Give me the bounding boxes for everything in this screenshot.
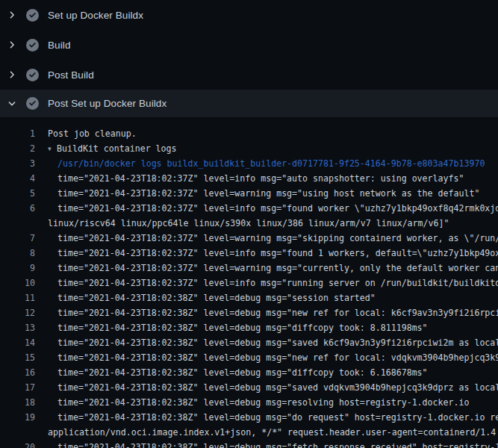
log-line-number[interactable]: 15 [0,350,35,365]
log-line: 17time="2021-04-23T18:02:38Z" level=debu… [0,380,498,395]
log-line-number[interactable]: 4 [0,171,35,186]
log-line: linux/riscv64 linux/ppc64le linux/s390x … [0,216,498,231]
log-line-number[interactable]: 19 [0,410,35,425]
log-text: time="2021-04-23T18:02:37Z" level=warnin… [57,231,498,246]
step-row-set-up-docker-buildx[interactable]: Set up Docker Buildx [0,0,498,30]
log-line-number[interactable]: 12 [0,305,35,320]
log-line: application/vnd.oci.image.index.v1+json,… [0,425,498,440]
log-group-title: BuildKit container logs [57,143,177,154]
log-viewer: 1Post job cleanup.2▼BuildKit container l… [0,117,498,448]
log-line-number[interactable]: 2 [0,141,35,156]
log-line-number[interactable]: 20 [0,440,35,448]
log-text: linux/riscv64 linux/ppc64le linux/s390x … [48,216,449,231]
log-text: time="2021-04-23T18:02:38Z" level=debug … [57,395,469,410]
log-text: time="2021-04-23T18:02:38Z" level=debug … [57,380,498,395]
log-text: time="2021-04-23T18:02:37Z" level=warnin… [57,261,498,276]
log-group-toggle[interactable]: ▼BuildKit container logs [48,141,177,156]
log-text: time="2021-04-23T18:02:37Z" level=info m… [57,276,498,290]
log-line-number[interactable]: 10 [0,276,35,290]
check-circle-icon [26,97,39,110]
log-line: 16time="2021-04-23T18:02:38Z" level=debu… [0,365,498,380]
log-line: 14time="2021-04-23T18:02:38Z" level=debu… [0,335,498,350]
step-row-post-build[interactable]: Post Build [0,60,498,90]
log-command-text: /usr/bin/docker logs buildx_buildkit_bui… [57,156,485,171]
log-line: 4time="2021-04-23T18:02:37Z" level=info … [0,171,498,186]
step-label: Post Set up Docker Buildx [48,98,166,109]
log-line: 1Post job cleanup. [0,126,498,141]
log-text: time="2021-04-23T18:02:38Z" level=debug … [57,305,498,320]
log-line: 7time="2021-04-23T18:02:37Z" level=warni… [0,231,498,246]
log-line: 19time="2021-04-23T18:02:38Z" level=debu… [0,410,498,425]
log-line: 5time="2021-04-23T18:02:37Z" level=warni… [0,186,498,201]
log-line-number [0,425,35,440]
log-text: time="2021-04-23T18:02:37Z" level=info m… [57,171,464,186]
step-row-post-set-up-docker-buildx[interactable]: Post Set up Docker Buildx [0,90,498,117]
log-line: 15time="2021-04-23T18:02:38Z" level=debu… [0,350,498,365]
log-line-number[interactable]: 17 [0,380,35,395]
log-text: time="2021-04-23T18:02:38Z" level=debug … [57,335,498,350]
log-line-number[interactable]: 14 [0,335,35,350]
check-circle-icon [26,39,39,52]
log-line: 13time="2021-04-23T18:02:38Z" level=debu… [0,320,498,335]
log-text: time="2021-04-23T18:02:37Z" level=warnin… [57,186,479,201]
log-line-number[interactable]: 6 [0,201,35,216]
log-line-number[interactable]: 8 [0,246,35,261]
log-line-number[interactable]: 7 [0,231,35,246]
check-circle-icon [26,69,39,81]
step-label: Set up Docker Buildx [48,10,143,21]
chevron-right-icon [7,10,17,20]
log-text: time="2021-04-23T18:02:38Z" level=debug … [57,365,428,380]
log-line: 9time="2021-04-23T18:02:37Z" level=warni… [0,261,498,276]
log-line-number[interactable]: 9 [0,261,35,276]
log-line: 18time="2021-04-23T18:02:38Z" level=debu… [0,395,498,410]
chevron-right-icon [7,40,17,50]
check-circle-icon [26,9,39,22]
log-line-number[interactable]: 5 [0,186,35,201]
log-text: time="2021-04-23T18:02:38Z" level=debug … [57,440,498,448]
log-line: 2▼BuildKit container logs [0,141,498,156]
log-line-number [0,216,35,231]
log-line: 3/usr/bin/docker logs buildx_buildkit_bu… [0,156,498,171]
step-label: Build [48,40,71,51]
steps-list: Set up Docker BuildxBuildPost BuildPost … [0,0,498,117]
log-text: time="2021-04-23T18:02:38Z" level=debug … [57,290,376,305]
chevron-right-icon [7,69,17,80]
log-text: Post job cleanup. [48,126,137,141]
log-text: application/vnd.oci.image.index.v1+json,… [48,425,496,440]
log-line: 11time="2021-04-23T18:02:38Z" level=debu… [0,290,498,305]
step-row-build[interactable]: Build [0,30,498,60]
log-line: 20time="2021-04-23T18:02:38Z" level=debu… [0,440,498,448]
log-text: time="2021-04-23T18:02:37Z" level=info m… [57,201,498,216]
log-line-number[interactable]: 3 [0,156,35,171]
chevron-down-icon [7,99,17,109]
log-line: 10time="2021-04-23T18:02:37Z" level=info… [0,276,498,290]
log-line-number[interactable]: 18 [0,395,35,410]
log-line-number[interactable]: 1 [0,126,35,141]
triangle-down-icon: ▼ [48,142,57,157]
log-text: time="2021-04-23T18:02:37Z" level=info m… [57,246,498,261]
log-line-number[interactable]: 11 [0,290,35,305]
step-label: Post Build [48,69,94,81]
log-text: time="2021-04-23T18:02:38Z" level=debug … [57,320,428,335]
log-text: time="2021-04-23T18:02:38Z" level=debug … [57,350,498,365]
log-line: 12time="2021-04-23T18:02:38Z" level=debu… [0,305,498,320]
log-line: 6time="2021-04-23T18:02:37Z" level=info … [0,201,498,216]
log-line-number[interactable]: 16 [0,365,35,380]
log-line-number[interactable]: 13 [0,320,35,335]
log-line: 8time="2021-04-23T18:02:37Z" level=info … [0,246,498,261]
log-text: time="2021-04-23T18:02:38Z" level=debug … [57,410,498,425]
